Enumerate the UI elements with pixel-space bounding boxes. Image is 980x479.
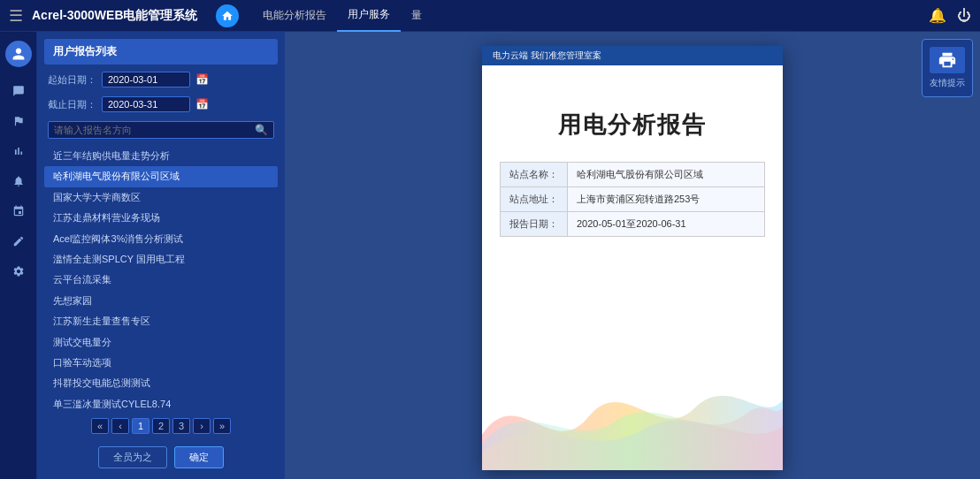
report-body: 用电分析报告 站点名称：哈利湖电气股份有限公司区域站点地址：上海市黄浦区宛转道路… <box>482 65 783 364</box>
nav-item-energy[interactable]: 电能分析报告 <box>252 0 337 32</box>
topbar-nav: 电能分析报告 用户服务 量 <box>252 0 433 32</box>
list-item[interactable]: 哈利湖电气股份有限公司区域 <box>44 166 278 186</box>
start-date-calendar-icon[interactable]: 📅 <box>195 73 209 86</box>
report-top-bar-text: 电力云端 我们准您管理室案 <box>493 49 601 62</box>
bell-icon[interactable]: 🔔 <box>929 7 946 24</box>
list-item[interactable]: Acel监控阀体3%消售分析测试 <box>44 229 278 249</box>
chat-icon[interactable] <box>4 78 34 104</box>
report-wave <box>482 364 783 470</box>
list-item[interactable]: 国家大学大学商数区 <box>44 187 278 208</box>
pin-icon[interactable] <box>4 198 34 224</box>
start-date-input[interactable] <box>102 72 190 87</box>
home-icon[interactable] <box>216 4 239 27</box>
page-prev-btn[interactable]: ‹ <box>111 418 129 434</box>
start-date-row: 起始日期： 📅 <box>44 70 278 89</box>
panel-buttons: 全员为之 确定 <box>44 443 278 472</box>
topbar: ☰ Acrel-3000WEB电能管理系统 电能分析报告 用户服务 量 🔔 ⏻ <box>0 0 980 32</box>
report-preview: 电力云端 我们准您管理室案 用电分析报告 站点名称：哈利湖电气股份有限公司区域站… <box>482 46 783 470</box>
app-title: Acrel-3000WEB电能管理系统 <box>32 8 198 24</box>
export-button[interactable]: 全员为之 <box>98 446 167 468</box>
list-item[interactable]: 单三滥冰量测试CYLEL8.74 <box>44 394 278 409</box>
report-info-label: 站点地址： <box>501 187 568 212</box>
page-next-btn[interactable]: › <box>193 418 211 434</box>
search-icon: 🔍 <box>255 124 268 136</box>
bell-sidebar-icon[interactable] <box>4 168 34 194</box>
right-panel-label: 友情提示 <box>930 77 965 89</box>
report-info-value: 哈利湖电气股份有限公司区域 <box>568 163 765 187</box>
report-top-bar: 电力云端 我们准您管理室案 <box>482 46 783 65</box>
edit-icon[interactable] <box>4 228 34 255</box>
report-list-panel: 用户报告列表 起始日期： 📅 截止日期： 📅 🔍 近三年结购供电量走势分析哈利湖… <box>37 32 285 479</box>
list-item[interactable]: 测试交电量分 <box>44 332 278 353</box>
report-info-label: 站点名称： <box>501 163 568 187</box>
end-date-label: 截止日期： <box>48 98 96 111</box>
page-2-btn[interactable]: 2 <box>152 418 170 434</box>
settings-icon[interactable] <box>4 258 34 285</box>
bar-chart-icon[interactable] <box>4 138 34 164</box>
search-input[interactable] <box>54 125 255 135</box>
search-box: 🔍 <box>48 121 274 139</box>
list-item[interactable]: 近三年结购供电量走势分析 <box>44 146 278 166</box>
print-icon[interactable] <box>930 47 965 73</box>
sidebar <box>0 32 37 479</box>
power-icon[interactable]: ⏻ <box>957 8 971 24</box>
list-item[interactable]: 抖群投交电能总测测试 <box>44 373 278 393</box>
end-date-input[interactable] <box>102 96 190 112</box>
start-date-label: 起始日期： <box>48 73 96 87</box>
end-date-row: 截止日期： 📅 <box>44 95 278 114</box>
list-item[interactable]: 云平台流采集 <box>44 270 278 290</box>
report-info-label: 报告日期： <box>501 212 568 237</box>
nav-item-quantity[interactable]: 量 <box>401 0 433 32</box>
panel-header: 用户报告列表 <box>44 39 278 65</box>
page-3-btn[interactable]: 3 <box>172 418 190 434</box>
confirm-button[interactable]: 确定 <box>174 446 224 468</box>
content-area: 电力云端 我们准您管理室案 用电分析报告 站点名称：哈利湖电气股份有限公司区域站… <box>285 32 980 479</box>
list-item[interactable]: 口验车动选项 <box>44 353 278 373</box>
menu-icon[interactable]: ☰ <box>9 6 23 26</box>
report-title: 用电分析报告 <box>558 110 707 141</box>
pagination: « ‹ 1 2 3 › » <box>44 414 278 437</box>
main-layout: 用户报告列表 起始日期： 📅 截止日期： 📅 🔍 近三年结购供电量走势分析哈利湖… <box>0 32 980 479</box>
page-1-btn[interactable]: 1 <box>132 418 149 434</box>
nav-item-user-service[interactable]: 用户服务 <box>337 0 401 32</box>
topbar-right: 🔔 ⏻ <box>929 7 971 24</box>
list-item[interactable]: 先想家园 <box>44 291 278 311</box>
list-item[interactable]: 江苏新生走量查售专区 <box>44 311 278 331</box>
report-info-value: 2020-05-01至2020-06-31 <box>568 212 765 237</box>
report-info-table: 站点名称：哈利湖电气股份有限公司区域站点地址：上海市黄浦区宛转道路253号报告日… <box>500 162 765 237</box>
page-last-btn[interactable]: » <box>213 418 231 434</box>
right-action-panel: 友情提示 <box>922 39 973 97</box>
end-date-calendar-icon[interactable]: 📅 <box>195 98 209 110</box>
flag-icon[interactable] <box>4 108 34 134</box>
list-item[interactable]: 江苏走鼎材料营业务现场 <box>44 208 278 228</box>
page-first-btn[interactable]: « <box>91 418 109 434</box>
report-info-value: 上海市黄浦区宛转道路253号 <box>568 187 765 212</box>
list-item[interactable]: 滥情全走测SPLCY 国用电工程 <box>44 249 278 270</box>
avatar <box>5 41 32 67</box>
report-list: 近三年结购供电量走势分析哈利湖电气股份有限公司区域国家大学大学商数区江苏走鼎材料… <box>44 146 278 409</box>
